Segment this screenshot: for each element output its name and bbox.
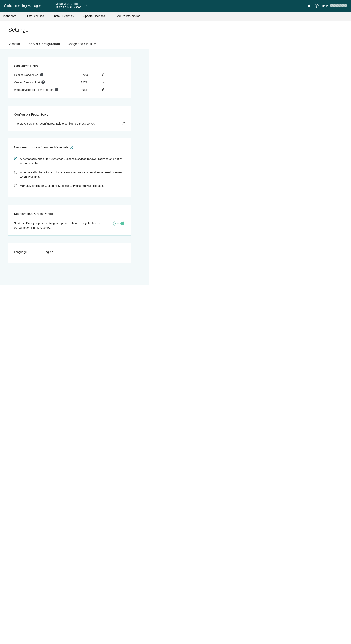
radio-icon[interactable] (14, 157, 17, 160)
version-block: License Server Version 11.17.2.0 build 4… (56, 2, 81, 9)
ports-heading: Configured Ports (14, 64, 125, 68)
main-nav: Dashboard Historical Use Install License… (0, 12, 351, 21)
grace-toggle[interactable]: ON (113, 221, 125, 226)
settings-tabs: Account Server Configuration Usage and S… (8, 40, 140, 49)
help-icon[interactable]: ? (55, 88, 58, 91)
port-row-vendor-daemon: Vendor Daemon Port ? 7279 (14, 80, 125, 84)
card-language: Language English (8, 243, 131, 263)
toggle-knob (120, 222, 124, 226)
radio-icon[interactable] (14, 170, 17, 174)
port-row-web-services: Web Services for Licensing Port ? 8083 (14, 88, 125, 91)
hello-username-redacted (330, 4, 347, 8)
grace-heading: Supplemental Grace Period (14, 212, 125, 216)
port-label: License Server Port (14, 73, 38, 76)
port-row-license-server: License Server Port ? 27000 (14, 73, 125, 76)
hello-block: Hello, (322, 4, 347, 8)
version-label: License Server Version (56, 2, 81, 6)
tab-account[interactable]: Account (8, 40, 22, 49)
css-option-manual[interactable]: Manually check for Customer Success Serv… (14, 184, 125, 188)
tab-server-configuration[interactable]: Server Configuration (27, 40, 61, 49)
css-opt3-label: Manually check for Customer Success Serv… (20, 184, 104, 188)
proxy-text: The proxy server isn't configured. Edit … (14, 122, 118, 125)
bell-icon[interactable] (307, 4, 311, 8)
nav-historical-use[interactable]: Historical Use (26, 14, 44, 18)
edit-icon[interactable] (101, 88, 105, 91)
grace-text: Start the 15-day supplemental grace peri… (14, 221, 109, 230)
css-option-install[interactable]: Automatically check for and install Cust… (14, 170, 125, 179)
css-opt2-label: Automatically check for and install Cust… (20, 170, 125, 179)
css-option-notify[interactable]: Automatically check for Customer Success… (14, 157, 125, 166)
page-title: Settings (8, 26, 140, 33)
port-value: 27000 (81, 73, 101, 76)
port-value: 8083 (81, 88, 101, 91)
nav-product-info[interactable]: Product Information (114, 14, 140, 18)
card-grace-period: Supplemental Grace Period Start the 15-d… (8, 205, 131, 236)
toggle-label: ON (115, 222, 118, 225)
port-label: Vendor Daemon Port (14, 81, 40, 84)
edit-icon[interactable] (122, 122, 125, 125)
gear-icon[interactable] (314, 4, 319, 8)
css-opt1-label: Automatically check for Customer Success… (20, 157, 125, 166)
nav-dashboard[interactable]: Dashboard (2, 14, 16, 18)
port-label: Web Services for Licensing Port (14, 88, 54, 91)
edit-icon[interactable] (101, 80, 105, 84)
css-heading: Customer Success Services Renewals (14, 146, 68, 149)
help-icon[interactable]: ? (42, 80, 45, 84)
proxy-heading: Configure a Proxy Server (14, 113, 125, 116)
tab-usage-statistics[interactable]: Usage and Statistics (67, 40, 98, 49)
help-icon[interactable]: ? (40, 73, 43, 76)
radio-icon[interactable] (14, 184, 17, 187)
edit-icon[interactable] (75, 250, 79, 254)
port-value: 7279 (81, 81, 101, 84)
nav-install-licenses[interactable]: Install Licenses (53, 14, 74, 18)
version-dropdown[interactable] (84, 4, 89, 8)
card-configured-ports: Configured Ports License Server Port ? 2… (8, 57, 131, 98)
card-css-renewals: Customer Success Services Renewals i Aut… (8, 138, 131, 198)
card-proxy: Configure a Proxy Server The proxy serve… (8, 106, 131, 131)
svg-point-0 (316, 5, 317, 6)
top-bar: Citrix Licensing Manager License Server … (0, 0, 351, 12)
app-title: Citrix Licensing Manager (4, 4, 41, 8)
edit-icon[interactable] (101, 73, 105, 76)
nav-update-licenses[interactable]: Update Licenses (83, 14, 105, 18)
info-icon[interactable]: i (70, 146, 73, 149)
language-value: English (44, 250, 75, 254)
hello-prefix: Hello, (322, 4, 329, 8)
language-label: Language (14, 250, 44, 254)
version-value: 11.17.2.0 build 43000 (56, 6, 81, 9)
